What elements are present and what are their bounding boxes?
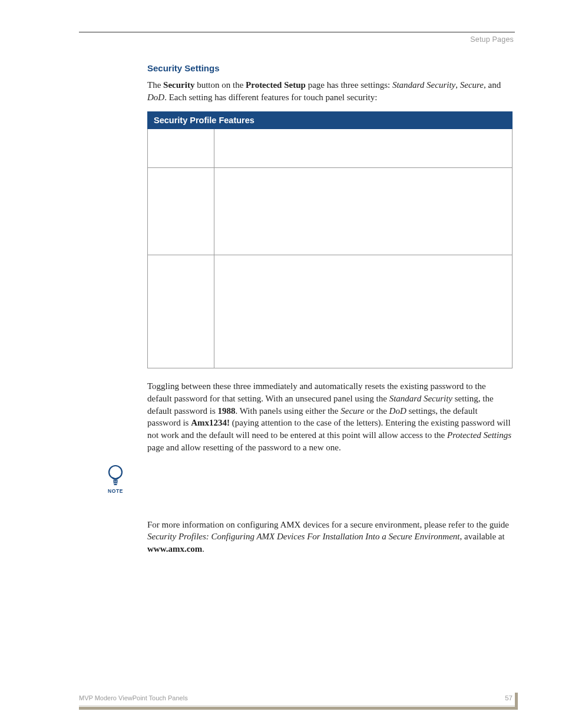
svg-point-0 <box>109 466 122 479</box>
bold-text: 1988 <box>218 406 236 416</box>
document-page: Setup Pages Security Settings The Securi… <box>0 0 562 728</box>
italic-text: Security Profiles: Configuring AMX Devic… <box>147 532 459 541</box>
bold-text: Security <box>163 80 194 90</box>
table-cell <box>148 255 214 368</box>
italic-text: DoD <box>147 93 164 102</box>
page-number: 57 <box>505 694 513 701</box>
table-cell <box>148 168 214 255</box>
text: , <box>455 80 460 90</box>
table-header: Security Profile Features <box>148 112 513 129</box>
note-callout: NOTE <box>103 465 128 494</box>
italic-text: DoD <box>389 406 406 416</box>
password-paragraph: Toggling between these three immediately… <box>147 380 513 453</box>
security-profile-features-table: Security Profile Features <box>147 111 513 368</box>
table-row <box>148 168 513 255</box>
footer-rule-thin <box>79 706 516 706</box>
text: page has three settings: <box>306 80 392 90</box>
page-footer: MVP Modero ViewPoint Touch Panels 57 <box>79 690 516 701</box>
italic-text: Protected Settings <box>447 430 511 440</box>
text: The <box>147 80 163 90</box>
footer-title: MVP Modero ViewPoint Touch Panels <box>79 694 188 701</box>
content-column: Security Settings The Security button on… <box>147 63 513 564</box>
header-rule <box>79 32 515 32</box>
header-breadcrumb: Setup Pages <box>470 35 514 44</box>
text: button on the <box>194 80 246 90</box>
bold-text: Amx1234! <box>191 418 230 427</box>
section-heading: Security Settings <box>147 63 513 73</box>
text: . With panels using either the <box>236 406 341 416</box>
italic-text: Standard Security <box>392 80 455 90</box>
text: . <box>202 544 204 554</box>
intro-paragraph: The Security button on the Protected Set… <box>147 79 513 103</box>
note-label: NOTE <box>103 488 128 494</box>
italic-text: Secure <box>340 406 364 416</box>
text: For more information on configuring AMX … <box>147 520 509 529</box>
italic-text: Secure <box>460 80 484 90</box>
footer-accent <box>515 693 518 710</box>
table-cell <box>148 129 214 168</box>
table-row <box>148 129 513 168</box>
text: or the <box>365 406 389 416</box>
table-cell <box>214 168 513 255</box>
bold-text: www.amx.com <box>147 544 202 554</box>
reference-paragraph: For more information on configuring AMX … <box>147 519 513 555</box>
table-cell <box>214 255 513 368</box>
footer-rule-thick <box>79 707 516 710</box>
bold-text: Protected Setup <box>246 80 306 90</box>
text: , available at <box>459 532 504 541</box>
table-row <box>148 255 513 368</box>
italic-text: Standard Security <box>389 394 452 403</box>
text: . Each setting has different features fo… <box>164 93 377 102</box>
lightbulb-icon <box>103 465 128 487</box>
text: , and <box>484 80 501 90</box>
text: page and allow resetting of the password… <box>147 443 341 452</box>
table-cell <box>214 129 513 168</box>
